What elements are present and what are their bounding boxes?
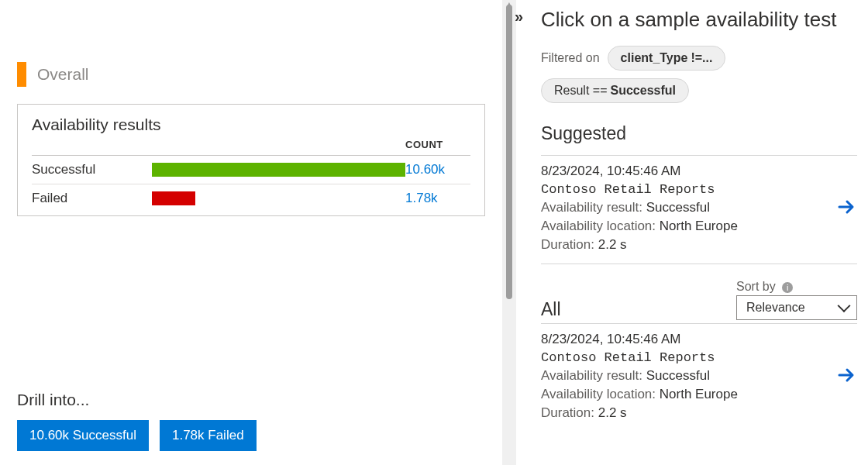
drill-into-section: Drill into... 10.60k Successful 1.78k Fa…	[17, 391, 257, 451]
pill-prefix: Result ==	[554, 84, 607, 98]
pill-prefix: client_Type	[621, 51, 688, 65]
sample-item[interactable]: 8/23/2024, 10:45:46 AM Contoso Retail Re…	[541, 332, 857, 421]
right-panel: » Click on a sample availability test Fi…	[516, 0, 868, 465]
availability-results-card: Availability results COUNT Successful 10…	[17, 104, 485, 216]
filter-pill-result[interactable]: Result == Successful	[541, 78, 689, 103]
sample-result-value: Successful	[646, 368, 710, 383]
pill-suffix: Successful	[610, 84, 675, 98]
sample-location-key: Availability location:	[541, 219, 656, 233]
filter-row: Filtered on client_Type !=...	[541, 46, 857, 71]
sample-duration-key: Duration:	[541, 405, 594, 420]
overall-label: Overall	[37, 65, 89, 84]
bar-successful	[152, 163, 405, 177]
sample-name: Contoso Retail Reports	[541, 182, 831, 197]
sample-name: Contoso Retail Reports	[541, 350, 831, 365]
overall-header: Overall	[17, 62, 485, 87]
sample-item[interactable]: 8/23/2024, 10:45:46 AM Contoso Retail Re…	[541, 164, 857, 253]
filter-pill-client-type[interactable]: client_Type !=...	[608, 46, 726, 71]
row-label-successful: Successful	[32, 162, 152, 177]
info-icon[interactable]: i	[782, 282, 793, 293]
count-link-successful[interactable]: 10.60k	[405, 162, 470, 177]
pill-suffix: !=...	[691, 51, 712, 65]
open-sample-arrow-icon[interactable]	[837, 366, 856, 388]
vertical-scrollbar[interactable]: ▲	[502, 0, 516, 465]
panel-title: Click on a sample availability test	[541, 8, 857, 32]
sort-by-value: Relevance	[746, 301, 805, 314]
all-header: All	[541, 299, 736, 320]
sample-location-value: North Europe	[660, 387, 738, 401]
sort-by-label: Sort by	[736, 280, 776, 293]
expand-panel-icon[interactable]: »	[515, 8, 523, 26]
filtered-on-label: Filtered on	[541, 51, 600, 65]
sample-timestamp: 8/23/2024, 10:45:46 AM	[541, 332, 831, 347]
sample-duration-value: 2.2 s	[598, 405, 627, 420]
divider	[541, 264, 857, 264]
sample-duration-value: 2.2 s	[598, 237, 627, 252]
card-header-row: COUNT	[32, 136, 470, 156]
all-header-row: All Sort by i Relevance	[541, 280, 857, 320]
left-panel: Overall Availability results COUNT Succe…	[0, 0, 502, 465]
table-row: Failed 1.78k	[32, 184, 470, 212]
sample-timestamp: 8/23/2024, 10:45:46 AM	[541, 164, 831, 179]
sample-result-key: Availability result:	[541, 368, 642, 383]
scroll-thumb[interactable]	[506, 5, 512, 299]
sort-by-select[interactable]: Relevance	[736, 295, 857, 320]
sample-location-key: Availability location:	[541, 387, 656, 401]
sample-duration-key: Duration:	[541, 237, 594, 252]
bar-failed	[152, 191, 195, 205]
drill-failed-button[interactable]: 1.78k Failed	[160, 420, 257, 451]
sample-result-value: Successful	[646, 200, 710, 215]
divider	[541, 155, 857, 156]
count-link-failed[interactable]: 1.78k	[405, 191, 470, 206]
filter-row: Result == Successful	[541, 78, 857, 103]
suggested-header: Suggested	[541, 123, 857, 144]
card-title: Availability results	[32, 115, 470, 134]
open-sample-arrow-icon[interactable]	[837, 198, 856, 219]
overall-accent-bar	[17, 62, 26, 87]
sample-location-value: North Europe	[660, 219, 738, 233]
table-row: Successful 10.60k	[32, 156, 470, 184]
drill-into-label: Drill into...	[17, 391, 257, 409]
divider	[541, 323, 857, 324]
drill-successful-button[interactable]: 10.60k Successful	[17, 420, 149, 451]
sample-result-key: Availability result:	[541, 200, 642, 215]
row-label-failed: Failed	[32, 191, 152, 206]
count-column-header: COUNT	[405, 139, 470, 150]
